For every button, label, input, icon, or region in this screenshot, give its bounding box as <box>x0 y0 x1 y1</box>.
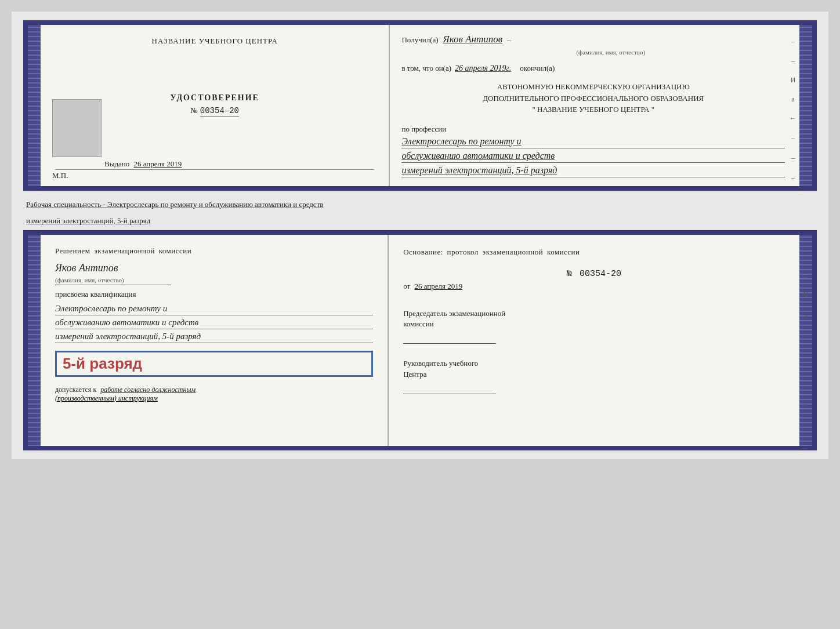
profession-line3: измерений электростанций, 5-й разряд <box>401 165 785 177</box>
vtom-label: в том, что он(а) <box>401 64 451 73</box>
udostoverenie-block: УДОСТОВЕРЕНИЕ № 00354–20 <box>171 93 259 117</box>
separator-block: Рабочая специальность - Электрослесарь п… <box>23 191 817 230</box>
top-right-page: Получил(а) Яков Антипов – (фамилия, имя,… <box>390 25 799 186</box>
predsedatel-label: Председатель экзаменационной <box>403 308 785 319</box>
bottom-right-page: Основание: протокол экзаменационной коми… <box>389 235 799 446</box>
qual-line1: Электрослесарь по ремонту и <box>55 304 373 315</box>
separator-line2: измерений электростанций, 5-й разряд <box>26 212 814 228</box>
vtom-line: в том, что он(а) 26 апреля 2019г. окончи… <box>401 64 785 73</box>
spine-left-bottom <box>28 235 41 446</box>
dopuskaetsya-block: допускается к работе согласно должностны… <box>55 386 373 394</box>
spine-left-top <box>28 25 41 186</box>
ot-date-value: 26 апреля 2019 <box>414 282 462 290</box>
poprofessii-label: по профессии <box>401 125 785 134</box>
dopuskaetsya-label: допускается к <box>55 386 96 394</box>
vydano-label: Выдано <box>104 159 129 168</box>
bottom-fio: Яков Антипов <box>55 262 118 274</box>
dopusk-line: работе согласно должностным <box>100 386 195 394</box>
number-prefix: № <box>567 269 572 279</box>
rukovoditel-block: Руководитель учебного Центра <box>403 358 785 397</box>
bottom-book: Решением экзаменационной комиссии Яков А… <box>23 230 817 450</box>
vtom-date: 26 апреля 2019г. <box>455 64 511 73</box>
predsedatel-signature-line <box>403 332 496 344</box>
mp-label: М.П. <box>52 171 68 180</box>
top-left-center-title: НАЗВАНИЕ УЧЕБНОГО ЦЕНТРА <box>152 37 278 46</box>
rukovoditel-signature-line <box>403 383 496 394</box>
udostoverenie-number: 00354–20 <box>200 106 239 117</box>
osnovaniye-label: Основание: протокол экзаменационной коми… <box>403 246 785 258</box>
institution-line2: ДОПОЛНИТЕЛЬНОГО ПРОФЕССИОНАЛЬНОГО ОБРАЗО… <box>401 93 785 104</box>
document-wrapper: НАЗВАНИЕ УЧЕБНОГО ЦЕНТРА УДОСТОВЕРЕНИЕ №… <box>12 12 828 459</box>
razryad-text: 5-й разряд <box>63 355 142 372</box>
predsedatel-block: Председатель экзаменационной комиссии <box>403 308 785 347</box>
number-label: № <box>190 106 197 115</box>
right-strip-top: – – И а ← – – – <box>790 37 796 182</box>
ot-date-block: от 26 апреля 2019 <box>403 282 785 291</box>
vydano-date: 26 апреля 2019 <box>134 159 182 168</box>
institution-line1: АВТОНОМНУЮ НЕКОММЕРЧЕСКУЮ ОРГАНИЗАЦИЮ <box>401 81 785 93</box>
udostoverenie-title: УДОСТОВЕРЕНИЕ <box>171 93 259 103</box>
fio-sublabel-top: (фамилия, имя, отчество) <box>436 49 785 56</box>
ot-label: от <box>403 282 410 290</box>
komissia-label: комиссии <box>403 319 785 329</box>
profession-line1: Электрослесарь по ремонту и <box>401 136 785 148</box>
razryad-box: 5-й разряд <box>55 351 373 377</box>
protocol-number-block: № 00354-20 <box>403 269 785 279</box>
fio-handwritten: Яков Антипов <box>443 34 503 45</box>
top-left-page: НАЗВАНИЕ УЧЕБНОГО ЦЕНТРА УДОСТОВЕРЕНИЕ №… <box>41 25 390 186</box>
qualification-block: Электрослесарь по ремонту и обслуживанию… <box>55 304 373 348</box>
profession-block: Электрослесарь по ремонту и обслуживанию… <box>401 136 785 177</box>
prisvoena-label: присвоена квалификация <box>55 290 373 299</box>
vydano-line: Выдано 26 апреля 2019 <box>104 159 182 169</box>
institution-line3: " НАЗВАНИЕ УЧЕБНОГО ЦЕНТРА " <box>401 104 785 115</box>
bottom-left-page: Решением экзаменационной комиссии Яков А… <box>41 235 389 446</box>
okonchil-label: окончил(а) <box>520 64 555 73</box>
bottom-fio-sublabel: (фамилия, имя, отчество) <box>55 277 124 283</box>
right-strip-bottom: – – И а ← – – – – – <box>802 246 809 452</box>
institution-block: АВТОНОМНУЮ НЕКОММЕРЧЕСКУЮ ОРГАНИЗАЦИЮ ДО… <box>401 81 785 115</box>
rukovoditel-label: Руководитель учебного <box>403 358 785 369</box>
protocol-number-value: 00354-20 <box>580 269 621 279</box>
komissia-title: Решением экзаменационной комиссии <box>55 246 373 256</box>
profession-line2: обслуживанию автоматики и средств <box>401 151 785 163</box>
centra-label: Центра <box>403 369 785 380</box>
poluchil-line: Получил(а) Яков Антипов – <box>401 34 785 45</box>
top-book: НАЗВАНИЕ УЧЕБНОГО ЦЕНТРА УДОСТОВЕРЕНИЕ №… <box>23 20 817 191</box>
dopusk-line2: (производственным) инструкциям <box>55 394 158 402</box>
spine-right-top <box>799 25 812 186</box>
dopusk-line2-block: (производственным) инструкциям <box>55 394 373 403</box>
qual-line3: измерений электростанций, 5-й разряд <box>55 332 373 343</box>
poluchil-label: Получил(а) <box>401 35 438 45</box>
photo-placeholder <box>52 99 102 157</box>
separator-line1: Рабочая специальность - Электрослесарь п… <box>26 195 814 212</box>
qual-line2: обслуживанию автоматики и средств <box>55 318 373 329</box>
